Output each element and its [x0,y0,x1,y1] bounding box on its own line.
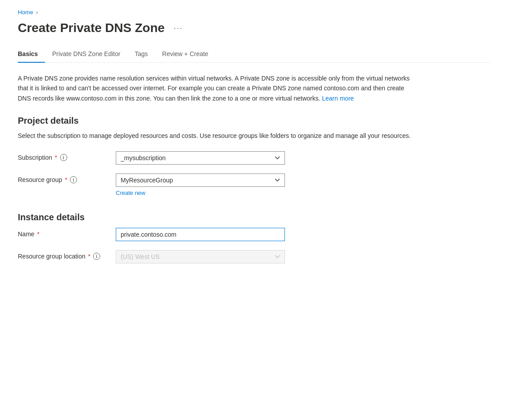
resource-group-label: Resource group * i [18,174,107,183]
resource-group-location-label: Resource group location * i [18,250,107,260]
page-container: Home › Create Private DNS Zone ··· Basic… [0,0,508,297]
name-label: Name * [18,228,107,238]
resource-group-location-required: * [88,253,90,260]
ellipsis-button[interactable]: ··· [170,22,187,35]
breadcrumb: Home › [18,9,490,16]
subscription-label-text: Subscription [18,154,52,161]
resource-group-info-icon[interactable]: i [70,176,77,183]
page-header: Create Private DNS Zone ··· [18,21,490,35]
subscription-control: _mysubscription [116,151,285,165]
breadcrumb-separator: › [36,9,38,16]
name-required: * [37,230,39,238]
subscription-dropdown[interactable]: _mysubscription [116,151,285,165]
name-input[interactable] [116,228,285,241]
subscription-row: Subscription * i _mysubscription [18,151,490,165]
resource-group-location-info-icon[interactable]: i [93,253,100,260]
create-new-link[interactable]: Create new [116,190,145,196]
project-details-desc: Select the subscription to manage deploy… [18,131,419,141]
subscription-info-icon[interactable]: i [60,154,67,161]
tabs-container: Basics Private DNS Zone Editor Tags Revi… [18,46,490,63]
learn-more-link[interactable]: Learn more [322,95,354,102]
resource-group-location-row: Resource group location * i (US) West US [18,250,490,263]
tab-basics[interactable]: Basics [18,46,45,63]
subscription-required: * [55,154,57,161]
project-details-section: Project details Select the subscription … [18,116,490,196]
resource-group-control: MyResourceGroup Create new [116,174,285,196]
resource-group-location-label-text: Resource group location [18,253,85,260]
instance-details-title: Instance details [18,212,490,222]
name-label-text: Name [18,230,34,238]
description-box: A Private DNS zone provides name resolut… [18,73,419,103]
tab-dns-zone-editor[interactable]: Private DNS Zone Editor [45,46,127,63]
resource-group-required: * [65,176,67,183]
instance-details-section: Instance details Name * Resource group l… [18,212,490,263]
resource-group-location-control: (US) West US [116,250,285,263]
resource-group-row: Resource group * i MyResourceGroup Creat… [18,174,490,196]
subscription-label: Subscription * i [18,151,107,161]
name-row: Name * [18,228,490,241]
project-details-title: Project details [18,116,490,126]
resource-group-dropdown[interactable]: MyResourceGroup [116,174,285,187]
breadcrumb-home[interactable]: Home [18,9,33,16]
resource-group-label-text: Resource group [18,176,62,183]
resource-group-location-dropdown: (US) West US [116,250,285,263]
tab-review-create[interactable]: Review + Create [155,46,215,63]
name-control [116,228,285,241]
page-title: Create Private DNS Zone [18,21,165,35]
tab-tags[interactable]: Tags [127,46,155,63]
